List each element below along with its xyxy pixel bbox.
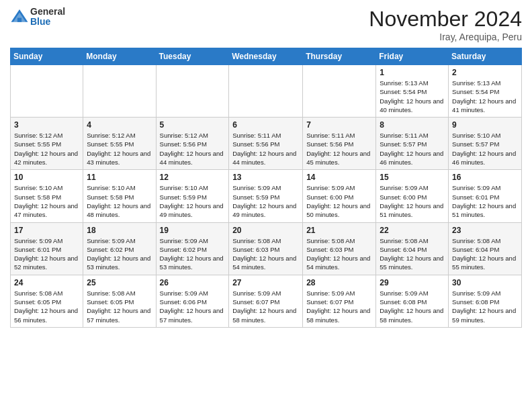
day-number: 11 bbox=[87, 173, 152, 182]
day-number: 7 bbox=[306, 120, 372, 130]
calendar-cell bbox=[83, 65, 156, 118]
day-number: 23 bbox=[452, 226, 518, 235]
calendar-cell: 22Sunrise: 5:08 AM Sunset: 6:04 PM Dayli… bbox=[376, 222, 449, 275]
logo: General Blue bbox=[10, 7, 65, 28]
calendar-header-monday: Monday bbox=[83, 48, 156, 65]
day-number: 17 bbox=[14, 226, 79, 235]
day-info: Sunrise: 5:09 AM Sunset: 6:06 PM Dayligh… bbox=[160, 289, 226, 324]
day-number: 20 bbox=[232, 226, 299, 235]
header: General Blue November 2024 Iray, Arequip… bbox=[10, 7, 522, 42]
day-info: Sunrise: 5:09 AM Sunset: 6:02 PM Dayligh… bbox=[87, 236, 152, 272]
calendar-cell: 3Sunrise: 5:12 AM Sunset: 5:55 PM Daylig… bbox=[11, 118, 83, 170]
day-info: Sunrise: 5:09 AM Sunset: 6:08 PM Dayligh… bbox=[380, 289, 445, 324]
day-info: Sunrise: 5:11 AM Sunset: 5:56 PM Dayligh… bbox=[306, 131, 372, 167]
calendar-cell: 15Sunrise: 5:09 AM Sunset: 6:00 PM Dayli… bbox=[376, 170, 449, 222]
svg-rect-2 bbox=[17, 18, 21, 22]
calendar-cell: 4Sunrise: 5:12 AM Sunset: 5:55 PM Daylig… bbox=[83, 118, 156, 170]
day-info: Sunrise: 5:10 AM Sunset: 5:58 PM Dayligh… bbox=[14, 183, 79, 219]
logo-text: General Blue bbox=[30, 7, 65, 28]
calendar-header-wednesday: Wednesday bbox=[229, 48, 303, 65]
day-number: 14 bbox=[306, 173, 372, 182]
day-info: Sunrise: 5:12 AM Sunset: 5:55 PM Dayligh… bbox=[14, 131, 79, 167]
day-number: 2 bbox=[452, 68, 518, 77]
page: General Blue November 2024 Iray, Arequip… bbox=[0, 0, 532, 338]
day-number: 28 bbox=[306, 278, 372, 287]
calendar-cell: 8Sunrise: 5:11 AM Sunset: 5:57 PM Daylig… bbox=[376, 118, 449, 170]
day-info: Sunrise: 5:08 AM Sunset: 6:05 PM Dayligh… bbox=[14, 289, 79, 324]
day-info: Sunrise: 5:09 AM Sunset: 6:00 PM Dayligh… bbox=[380, 183, 445, 219]
day-info: Sunrise: 5:09 AM Sunset: 6:02 PM Dayligh… bbox=[160, 236, 226, 272]
calendar-cell: 10Sunrise: 5:10 AM Sunset: 5:58 PM Dayli… bbox=[11, 170, 83, 222]
title-block: November 2024 Iray, Arequipa, Peru bbox=[369, 7, 522, 42]
calendar-cell bbox=[156, 65, 229, 118]
day-number: 9 bbox=[452, 120, 518, 130]
calendar-cell bbox=[11, 65, 83, 118]
day-info: Sunrise: 5:12 AM Sunset: 5:55 PM Dayligh… bbox=[87, 131, 152, 167]
calendar-cell: 21Sunrise: 5:08 AM Sunset: 6:03 PM Dayli… bbox=[303, 222, 376, 275]
calendar-cell bbox=[303, 65, 376, 118]
day-number: 30 bbox=[452, 278, 518, 287]
day-number: 12 bbox=[160, 173, 226, 182]
calendar-week-1: 1Sunrise: 5:13 AM Sunset: 5:54 PM Daylig… bbox=[11, 65, 522, 118]
calendar-header-friday: Friday bbox=[376, 48, 449, 65]
day-info: Sunrise: 5:08 AM Sunset: 6:03 PM Dayligh… bbox=[306, 236, 372, 272]
day-number: 13 bbox=[232, 173, 299, 182]
day-info: Sunrise: 5:11 AM Sunset: 5:57 PM Dayligh… bbox=[380, 131, 445, 167]
day-number: 16 bbox=[452, 173, 518, 182]
day-number: 3 bbox=[14, 120, 79, 130]
calendar-week-3: 10Sunrise: 5:10 AM Sunset: 5:58 PM Dayli… bbox=[11, 170, 522, 222]
day-info: Sunrise: 5:09 AM Sunset: 6:00 PM Dayligh… bbox=[306, 183, 372, 219]
calendar-cell: 25Sunrise: 5:08 AM Sunset: 6:05 PM Dayli… bbox=[83, 275, 156, 327]
calendar-header-row: SundayMondayTuesdayWednesdayThursdayFrid… bbox=[11, 48, 522, 65]
calendar-header-thursday: Thursday bbox=[303, 48, 376, 65]
day-info: Sunrise: 5:12 AM Sunset: 5:56 PM Dayligh… bbox=[160, 131, 226, 167]
day-number: 4 bbox=[87, 120, 152, 130]
calendar-cell: 27Sunrise: 5:09 AM Sunset: 6:07 PM Dayli… bbox=[229, 275, 303, 327]
logo-general-text: General bbox=[30, 7, 65, 17]
logo-blue-text: Blue bbox=[30, 17, 65, 27]
calendar-header-saturday: Saturday bbox=[449, 48, 522, 65]
calendar-cell: 11Sunrise: 5:10 AM Sunset: 5:58 PM Dayli… bbox=[83, 170, 156, 222]
calendar-header-tuesday: Tuesday bbox=[156, 48, 229, 65]
location: Iray, Arequipa, Peru bbox=[369, 32, 522, 42]
calendar-week-4: 17Sunrise: 5:09 AM Sunset: 6:01 PM Dayli… bbox=[11, 222, 522, 275]
calendar: SundayMondayTuesdayWednesdayThursdayFrid… bbox=[10, 48, 522, 328]
day-info: Sunrise: 5:08 AM Sunset: 6:05 PM Dayligh… bbox=[87, 289, 152, 324]
calendar-cell: 30Sunrise: 5:09 AM Sunset: 6:08 PM Dayli… bbox=[449, 275, 522, 327]
calendar-cell: 23Sunrise: 5:08 AM Sunset: 6:04 PM Dayli… bbox=[449, 222, 522, 275]
calendar-cell: 16Sunrise: 5:09 AM Sunset: 6:01 PM Dayli… bbox=[449, 170, 522, 222]
logo-icon bbox=[10, 7, 29, 26]
day-number: 5 bbox=[160, 120, 226, 130]
calendar-cell: 5Sunrise: 5:12 AM Sunset: 5:56 PM Daylig… bbox=[156, 118, 229, 170]
day-number: 8 bbox=[380, 120, 445, 130]
day-info: Sunrise: 5:08 AM Sunset: 6:04 PM Dayligh… bbox=[452, 236, 518, 272]
day-number: 10 bbox=[14, 173, 79, 182]
day-info: Sunrise: 5:09 AM Sunset: 6:01 PM Dayligh… bbox=[14, 236, 79, 272]
calendar-week-5: 24Sunrise: 5:08 AM Sunset: 6:05 PM Dayli… bbox=[11, 275, 522, 327]
day-number: 22 bbox=[380, 226, 445, 235]
day-info: Sunrise: 5:10 AM Sunset: 5:59 PM Dayligh… bbox=[160, 183, 226, 219]
day-info: Sunrise: 5:09 AM Sunset: 6:07 PM Dayligh… bbox=[232, 289, 299, 324]
day-number: 19 bbox=[160, 226, 226, 235]
calendar-cell: 13Sunrise: 5:09 AM Sunset: 5:59 PM Dayli… bbox=[229, 170, 303, 222]
day-number: 1 bbox=[380, 68, 445, 77]
calendar-cell: 20Sunrise: 5:08 AM Sunset: 6:03 PM Dayli… bbox=[229, 222, 303, 275]
calendar-cell: 6Sunrise: 5:11 AM Sunset: 5:56 PM Daylig… bbox=[229, 118, 303, 170]
day-info: Sunrise: 5:09 AM Sunset: 6:01 PM Dayligh… bbox=[452, 183, 518, 219]
day-number: 24 bbox=[14, 278, 79, 287]
calendar-cell: 7Sunrise: 5:11 AM Sunset: 5:56 PM Daylig… bbox=[303, 118, 376, 170]
calendar-cell: 18Sunrise: 5:09 AM Sunset: 6:02 PM Dayli… bbox=[83, 222, 156, 275]
day-info: Sunrise: 5:10 AM Sunset: 5:57 PM Dayligh… bbox=[452, 131, 518, 167]
day-number: 6 bbox=[232, 120, 299, 130]
calendar-header-sunday: Sunday bbox=[11, 48, 83, 65]
day-info: Sunrise: 5:13 AM Sunset: 5:54 PM Dayligh… bbox=[452, 79, 518, 114]
day-number: 25 bbox=[87, 278, 152, 287]
day-number: 27 bbox=[232, 278, 299, 287]
day-number: 29 bbox=[380, 278, 445, 287]
calendar-cell: 29Sunrise: 5:09 AM Sunset: 6:08 PM Dayli… bbox=[376, 275, 449, 327]
day-number: 15 bbox=[380, 173, 445, 182]
day-info: Sunrise: 5:08 AM Sunset: 6:03 PM Dayligh… bbox=[232, 236, 299, 272]
calendar-cell: 28Sunrise: 5:09 AM Sunset: 6:07 PM Dayli… bbox=[303, 275, 376, 327]
calendar-cell: 17Sunrise: 5:09 AM Sunset: 6:01 PM Dayli… bbox=[11, 222, 83, 275]
calendar-cell bbox=[229, 65, 303, 118]
